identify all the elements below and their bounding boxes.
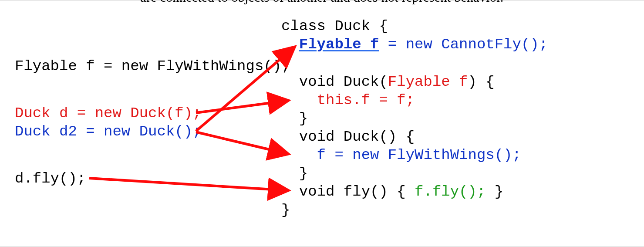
code-text: FlyWithWings(); <box>148 58 290 74</box>
keyword-new: new <box>352 147 379 163</box>
keyword-new: new <box>406 36 432 53</box>
right-line-4: void Duck(Flyable f) { <box>281 74 495 91</box>
code-text: Duck(); <box>130 123 201 140</box>
code-diagram: are connected to objects of another and … <box>0 0 644 247</box>
code-text: ) { <box>468 74 495 90</box>
code-text <box>281 92 317 108</box>
code-text <box>281 129 299 145</box>
param: Flyable f <box>388 74 468 90</box>
code-text: fly() { <box>334 183 415 200</box>
code-text: f = <box>281 147 352 163</box>
code-text: Duck(f); <box>121 105 202 122</box>
right-line-2: Flyable f = new CannotFly(); <box>281 36 548 53</box>
left-line-2: Duck d = new Duck(f); <box>15 105 202 122</box>
right-line-8: f = new FlyWithWings(); <box>281 147 521 164</box>
code-text: class Duck { <box>281 18 388 34</box>
keyword-new: new <box>104 123 130 140</box>
arrow-duck-default-to-assign <box>196 132 287 154</box>
code-text: } <box>281 110 308 127</box>
code-text: Duck() { <box>334 129 415 145</box>
right-line-5: this.f = f; <box>281 92 415 109</box>
keyword-this: this <box>317 92 353 108</box>
left-line-3: Duck d2 = new Duck(); <box>15 123 202 140</box>
right-line-6: } <box>281 110 308 127</box>
method-call: f.fly(); <box>415 183 486 200</box>
code-text: d.fly(); <box>15 170 86 187</box>
code-text: Duck d2 = <box>15 123 104 140</box>
keyword-void: void <box>299 183 335 200</box>
right-line-1: class Duck { <box>281 18 388 35</box>
keyword-void: void <box>299 129 335 145</box>
code-text <box>281 74 299 90</box>
code-text: .f = f; <box>352 92 415 108</box>
code-text: = <box>379 36 405 53</box>
keyword-void: void <box>299 74 335 90</box>
keyword-new: new <box>95 105 121 122</box>
arrow-fly-call-to-method <box>89 178 287 190</box>
code-text: } <box>281 202 290 218</box>
code-text: Duck( <box>334 74 388 90</box>
right-line-9: } <box>281 165 308 182</box>
code-text: Duck d = <box>15 105 95 122</box>
right-line-7: void Duck() { <box>281 129 415 145</box>
code-text: Flyable f = <box>15 58 121 74</box>
code-text <box>281 183 299 200</box>
code-text: FlyWithWings(); <box>379 147 521 163</box>
code-text: CannotFly(); <box>432 36 548 53</box>
left-line-1: Flyable f = new FlyWithWings(); <box>15 58 290 75</box>
code-text: } <box>486 183 503 200</box>
partial-heading: are connected to objects of another and … <box>0 0 644 5</box>
right-line-10: void fly() { f.fly(); } <box>281 183 503 200</box>
code-text: } <box>281 165 308 182</box>
field-decl: Flyable f <box>299 36 379 53</box>
code-text <box>281 36 299 53</box>
right-line-11: } <box>281 202 290 219</box>
arrow-duck-f-to-ctor <box>196 101 287 113</box>
left-line-4: d.fly(); <box>15 170 86 187</box>
keyword-new: new <box>121 58 148 74</box>
